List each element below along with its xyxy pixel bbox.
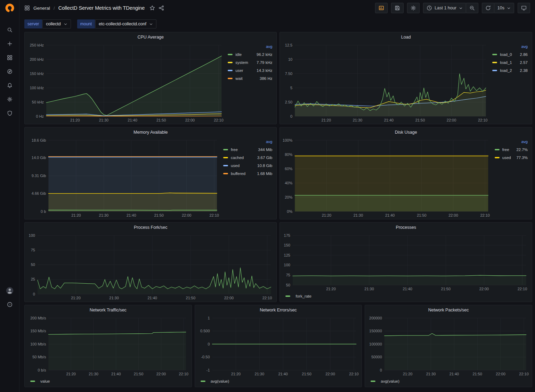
- sidebar-item-create[interactable]: [0, 37, 19, 51]
- monitor-icon: [521, 5, 527, 11]
- chart-disk-usage[interactable]: 0%20%40%60%80%100%21:2021:3021:4021:5022…: [282, 137, 492, 218]
- legend-item-used[interactable]: used77.3%: [495, 153, 528, 161]
- chart-network-packets[interactable]: 05000010000015000020000021:2021:3021:402…: [367, 315, 530, 377]
- share-icon[interactable]: [159, 5, 164, 11]
- chart-load[interactable]: 02.5057.501012.521:2021:3021:4021:5022:0…: [282, 42, 489, 123]
- legend-item-free[interactable]: free344 Mib: [223, 145, 272, 153]
- sidebar-item-dashboards[interactable]: [0, 51, 19, 65]
- legend-item-free[interactable]: free22.7%: [495, 145, 528, 153]
- panel-title-network-errors[interactable]: Network Errors/sec: [195, 305, 362, 315]
- panel-title-network-traffic[interactable]: Network Traffic/sec: [25, 305, 192, 315]
- panel-title-processes[interactable]: Processes: [280, 223, 532, 232]
- legend-item-load_1[interactable]: load_12.57: [492, 58, 528, 66]
- zoom-out-button[interactable]: [466, 3, 478, 13]
- refresh-button[interactable]: [482, 3, 494, 13]
- chart-processes[interactable]: 507510012515017521:2021:3021:4021:5022:0…: [282, 232, 530, 292]
- star-icon[interactable]: [149, 5, 155, 11]
- panel-title-cpu-average[interactable]: CPU Average: [25, 32, 276, 42]
- refresh-interval-picker[interactable]: 10s: [494, 3, 514, 13]
- panel-title-network-packets[interactable]: Network Packets/sec: [365, 305, 532, 315]
- panel-title-memory-available[interactable]: Memory Available: [25, 127, 276, 137]
- legend-item-used[interactable]: used10.8 Gib: [223, 161, 272, 169]
- chart-cpu-average[interactable]: 0 Hz50 kHz100 kHz150 kHz200 kHz250 kHz21…: [27, 42, 225, 123]
- chart-network-traffic[interactable]: 0 b/s50 Mb/s100 Mb/s150 Mb/s200 Mb/s21:2…: [27, 315, 189, 377]
- legend-item-cached[interactable]: cached3.67 Gib: [223, 153, 272, 161]
- sidebar-item-search[interactable]: [0, 23, 19, 37]
- svg-text:40%: 40%: [285, 181, 293, 185]
- legend-item-avg(value)[interactable]: avg(value): [201, 379, 229, 383]
- svg-text:1: 1: [208, 316, 210, 320]
- legend-cpu-average: avgidle96.2 kHzsystem7.79 kHzuser14.3 kH…: [225, 42, 274, 123]
- variable-value-dropdown[interactable]: etc-collectd-collectd.conf: [95, 19, 156, 28]
- sidebar-item-configuration[interactable]: [0, 92, 19, 106]
- chart-network-errors[interactable]: -1-0.5000.500121:2021:3021:4021:5022:002…: [197, 315, 360, 377]
- svg-text:200000: 200000: [369, 316, 382, 320]
- sidebar-item-help[interactable]: ?: [0, 298, 19, 311]
- series-name: used: [231, 164, 240, 168]
- series-avg-value: 2.57: [516, 60, 528, 65]
- svg-text:175: 175: [284, 233, 290, 237]
- series-name: used: [502, 156, 511, 160]
- caret-down-icon: [64, 22, 67, 26]
- legend-memory-available: avgfree344 Mibcached3.67 Gibused10.8 Gib…: [220, 137, 274, 218]
- svg-text:18.6 Gib: 18.6 Gib: [32, 138, 46, 142]
- topbar: General / CollectD Server Metrics with T…: [19, 0, 535, 16]
- legend-item-value[interactable]: value: [30, 379, 50, 383]
- svg-text:22:00: 22:00: [479, 287, 489, 291]
- chart-process-fork[interactable]: 025507510021:2021:3021:4021:5022:0022:10: [27, 232, 274, 301]
- panel-disk-usage: Disk Usage0%20%40%60%80%100%21:2021:3021…: [279, 127, 532, 219]
- legend-item-user[interactable]: user14.3 kHz: [228, 66, 272, 74]
- svg-text:22:10: 22:10: [519, 372, 529, 376]
- series-swatch: [30, 381, 35, 382]
- zoom-out-icon: [469, 5, 475, 11]
- sidebar-item-explore[interactable]: [0, 65, 19, 78]
- series-avg-value: 22.7%: [512, 148, 528, 152]
- series-swatch: [492, 70, 497, 71]
- time-range-picker[interactable]: Last 1 hour: [423, 3, 466, 13]
- panel-title-load[interactable]: Load: [280, 32, 532, 42]
- time-range-label: Last 1 hour: [435, 6, 456, 10]
- svg-text:21:40: 21:40: [128, 118, 137, 122]
- legend-item-idle[interactable]: idle96.2 kHz: [228, 50, 272, 58]
- panel-title-disk-usage[interactable]: Disk Usage: [280, 127, 532, 137]
- svg-text:21:40: 21:40: [111, 372, 121, 376]
- svg-text:21:40: 21:40: [449, 372, 459, 376]
- save-dashboard-button[interactable]: [391, 3, 404, 13]
- svg-text:21:30: 21:30: [109, 296, 119, 300]
- legend-item-buffered[interactable]: buffered1.68 Mib: [223, 169, 272, 177]
- panel-cpu-average: CPU Average0 Hz50 kHz100 kHz150 kHz200 k…: [24, 32, 277, 124]
- apps-icon[interactable]: [24, 5, 30, 11]
- sidebar-bottom: ?: [0, 284, 19, 392]
- legend-item-load_2[interactable]: load_22.38: [492, 66, 528, 74]
- series-name: load_0: [500, 52, 512, 57]
- grafana-logo[interactable]: [5, 3, 15, 13]
- legend-header-avg: avg: [228, 42, 272, 50]
- svg-text:250 kHz: 250 kHz: [30, 43, 44, 47]
- svg-text:0 Hz: 0 Hz: [36, 114, 44, 118]
- series-name: fork_rate: [295, 294, 311, 298]
- main-area: General / CollectD Server Metrics with T…: [19, 0, 535, 387]
- legend-item-load_0[interactable]: load_02.86: [492, 50, 528, 58]
- legend-item-wait[interactable]: wait386 Hz: [228, 74, 272, 82]
- series-swatch: [228, 78, 233, 79]
- tv-mode-button[interactable]: [518, 3, 530, 13]
- legend-item-system[interactable]: system7.79 kHz: [228, 58, 272, 66]
- panel-title-process-fork[interactable]: Process Fork/sec: [25, 223, 276, 232]
- sidebar-item-alerting[interactable]: [0, 78, 19, 92]
- search-icon: [7, 27, 13, 33]
- svg-text:21:50: 21:50: [186, 296, 196, 300]
- shield-icon: [7, 110, 13, 116]
- legend-item-avg(value)[interactable]: avg(value): [371, 379, 399, 383]
- add-panel-button[interactable]: [375, 3, 388, 13]
- dashboard-settings-button[interactable]: [407, 3, 420, 13]
- legend-item-fork_rate[interactable]: fork_rate: [285, 294, 311, 298]
- variable-value-dropdown[interactable]: collectd: [42, 19, 71, 28]
- series-avg-value: 96.2 kHz: [252, 52, 272, 57]
- chart-memory-available[interactable]: 0 b4.66 Gib9.31 Gib14.0 Gib18.6 Gib21:20…: [27, 137, 220, 218]
- series-name: load_1: [500, 60, 512, 65]
- breadcrumb: General / CollectD Server Metrics with T…: [24, 5, 164, 11]
- sidebar-item-user-profile[interactable]: [0, 284, 19, 298]
- variable-label: mount: [77, 19, 95, 28]
- sidebar-item-server-admin[interactable]: [0, 106, 19, 120]
- breadcrumb-root[interactable]: General: [33, 6, 50, 11]
